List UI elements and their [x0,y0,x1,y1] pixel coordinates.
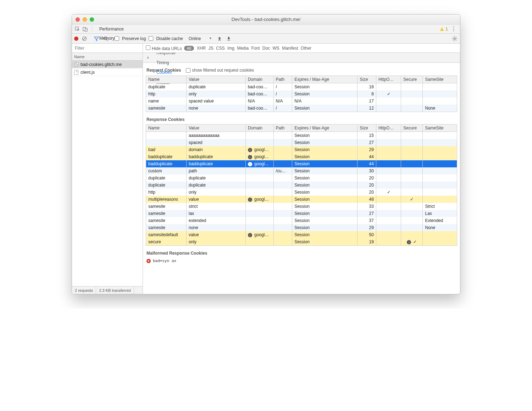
column-header[interactable]: Size [358,124,376,132]
network-toolbar: Preserve log Disable cache Online [72,34,460,44]
cell-domain [245,189,273,196]
cell-samesite [423,189,457,196]
cookie-row[interactable]: namespaced valueN/AN/AN/A17 [146,98,457,105]
filter-type-font[interactable]: Font [250,46,260,51]
column-header[interactable]: Value [187,76,246,83]
filter-all-pill[interactable]: All [184,46,194,51]
column-header[interactable]: Secure [401,76,423,83]
cookie-row[interactable]: httponlybad-coo…/Session8✓ [146,90,457,98]
request-cookies-table[interactable]: NameValueDomainPathExpires / Max-AgeSize… [146,76,457,112]
filter-type-ws[interactable]: WS [272,46,280,51]
throttling-select[interactable]: Online [189,35,214,42]
cell-name: duplicate [146,174,187,182]
cell-name [146,132,187,139]
cookie-row[interactable]: badduplicatebadduplicatei googl…Session4… [146,153,457,160]
filter-type-manifest[interactable]: Manifest [281,46,299,51]
svg-rect-2 [85,28,87,31]
info-icon: i [248,155,252,159]
error-icon: ✖ [146,259,151,263]
cookie-row[interactable]: duplicateduplicateSession20 [146,174,457,182]
cell-http [376,210,401,217]
cookie-row[interactable]: multiplereasonsvaluei googl…Session48✓ [146,196,457,203]
filter-type-xhr[interactable]: XHR [196,46,206,51]
cookie-row[interactable]: custompath/cu…Session30 [146,167,457,174]
column-header[interactable]: Value [187,124,246,132]
cookie-row[interactable]: samesitenonebad-coo…/Session12None [146,105,457,112]
svg-line-15 [456,40,457,40]
clear-icon[interactable] [81,35,88,42]
cookie-row[interactable]: aaaaaaaaaaaaaSession15 [146,132,457,139]
cookie-row[interactable]: samesitedefaultvaluei googl…Session50 [146,231,457,238]
close-detail-icon[interactable]: × [144,55,151,60]
column-header[interactable]: Path [273,124,292,132]
cell-size: 29 [358,224,376,231]
cell-size: 15 [358,132,376,139]
column-header[interactable]: HttpO… [376,76,401,83]
filter-icon[interactable] [93,35,100,42]
column-header[interactable]: Domain [245,76,273,83]
filter-type-media[interactable]: Media [236,46,249,51]
cookie-row[interactable]: secureonlySession19i ✓ [146,238,457,246]
subtab-response[interactable]: Response [152,53,180,58]
column-header[interactable]: Name [146,76,187,83]
filter-type-doc[interactable]: Doc [262,46,271,51]
disable-cache-checkbox[interactable]: Disable cache [149,36,183,41]
warning-badge[interactable]: 1 [440,27,448,32]
column-header[interactable]: Name [146,124,187,132]
cell-size: 17 [358,98,376,105]
column-header[interactable]: Expires / Max-Age [292,76,358,83]
cell-value: strict [187,203,246,210]
cell-name: duplicate [146,83,187,91]
info-icon: i [248,162,252,166]
cookie-row[interactable]: samesitelaxSession27Lax [146,210,457,217]
cookie-row[interactable]: badduplicatebadduplicatei googl…Session4… [146,160,457,167]
column-header[interactable]: HttpO… [376,124,401,132]
inspect-icon[interactable] [74,26,81,32]
tab-performance[interactable]: Performance [96,24,127,34]
column-header[interactable]: Size [358,76,376,83]
cell-value: extended [187,217,246,224]
settings-gear-icon[interactable] [451,35,458,42]
filter-type-img[interactable]: Img [227,46,235,51]
column-header[interactable]: Expires / Max-Age [292,124,358,132]
upload-icon[interactable] [216,35,223,42]
preserve-log-checkbox[interactable]: Preserve log [115,36,146,41]
hide-data-urls-checkbox[interactable]: Hide data URLs [146,45,182,51]
filter-type-css[interactable]: CSS [215,46,226,51]
cell-path: / [273,83,292,91]
cell-samesite [423,174,457,182]
search-icon[interactable] [102,35,109,42]
cookie-row[interactable]: baddomaini googl…Session29 [146,146,457,153]
show-filtered-checkbox[interactable]: show filtered out request cookies [186,68,254,73]
cookie-row[interactable]: duplicateduplicatebad-coo…/Session18 [146,83,457,91]
cookie-row[interactable]: duplicateduplicateSession20 [146,182,457,189]
request-item[interactable]: bad-cookies.glitch.me [72,61,143,68]
column-header[interactable]: SameSite [423,76,457,83]
filter-input[interactable] [72,44,143,52]
cookie-row[interactable]: samesitenoneSession29None [146,224,457,231]
device-toggle-icon[interactable] [82,26,88,32]
more-menu-icon[interactable]: ⋮ [449,26,458,32]
warning-icon [440,27,444,31]
record-button[interactable] [74,37,78,41]
cell-name: samesite [146,210,187,217]
cell-name: samesite [146,224,187,231]
cell-name: samesite [146,105,187,112]
column-header[interactable]: Domain [245,124,273,132]
request-item[interactable]: client.js [72,68,143,76]
column-header[interactable]: SameSite [423,124,457,132]
cookie-row[interactable]: samesitestrictSession33Strict [146,203,457,210]
svg-rect-7 [218,40,221,40]
column-header[interactable]: Path [273,76,292,83]
cell-samesite [423,139,457,146]
cell-expires: Session [292,90,358,98]
cookie-row[interactable]: samesiteextendedSession37Extended [146,217,457,224]
response-cookies-table[interactable]: NameValueDomainPathExpires / Max-AgeSize… [146,124,457,246]
cell-domain [245,139,273,146]
column-header[interactable]: Secure [401,124,423,132]
cookie-row[interactable]: spacedSession27 [146,139,457,146]
filter-type-other[interactable]: Other [300,46,312,51]
cookie-row[interactable]: httponlySession20✓ [146,189,457,196]
filter-type-js[interactable]: JS [208,46,214,51]
download-icon[interactable] [226,35,232,42]
